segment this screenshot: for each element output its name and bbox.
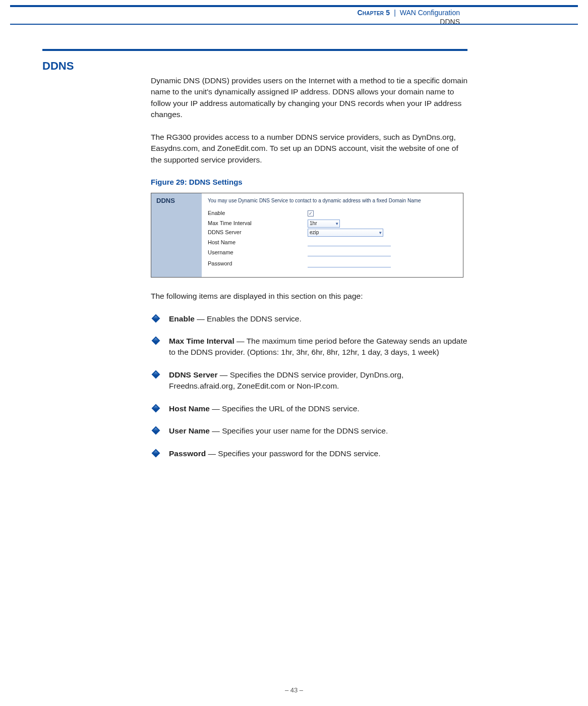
bullet-term: DDNS Server (169, 370, 218, 379)
bullet-enable: Enable — Enables the DDNS service. (151, 313, 468, 324)
bullet-server: DDNS Server — Specifies the DDNS service… (151, 369, 468, 392)
figure-sidebar: DDNS (151, 193, 202, 277)
header-section-label: DDNS (358, 18, 460, 27)
bullet-list: Enable — Enables the DDNS service. Max T… (151, 313, 468, 460)
chapter-title: WAN Configuration (400, 9, 460, 17)
host-input[interactable] (308, 240, 391, 246)
bullet-dash: — (210, 426, 222, 435)
diamond-bullet-icon (152, 336, 160, 345)
enable-checkbox[interactable]: ✓ (308, 210, 314, 216)
figure-row-interval: Max Time Interval 1hr ▼ (208, 220, 340, 228)
password-input[interactable] (308, 261, 391, 267)
bullet-dash: — (195, 314, 207, 323)
chevron-down-icon: ▼ (335, 221, 339, 227)
bullet-dash: — (210, 404, 222, 413)
bullet-pass: Password — Specifies your password for t… (151, 448, 468, 459)
figure-row-host: Host Name (208, 239, 391, 247)
diamond-bullet-icon (152, 314, 160, 322)
section-rule (42, 49, 467, 51)
chevron-down-icon: ▼ (378, 230, 382, 236)
bullet-dash: — (206, 449, 218, 458)
figure-panel-title: DDNS (156, 196, 175, 206)
figure-ddns-settings: DDNS You may use Dynamic DNS Service to … (151, 193, 463, 278)
bullet-dash: — (234, 337, 247, 345)
bullet-dash: — (218, 370, 230, 379)
bullet-desc: Specifies your user name for the DDNS se… (222, 426, 388, 435)
bullet-term: Max Time Interval (169, 337, 234, 345)
figure-row-user: Username (208, 249, 391, 257)
figure-description: You may use Dynamic DNS Service to conta… (208, 197, 421, 205)
diamond-bullet-icon (152, 426, 160, 435)
figure-label-user: Username (208, 249, 306, 257)
username-input[interactable] (308, 250, 391, 256)
bullet-term: Host Name (169, 404, 210, 413)
figure-row-enable: Enable ✓ (208, 209, 314, 218)
chapter-separator: | (392, 9, 398, 17)
header-rule-bottom (10, 24, 578, 25)
figure-content: You may use Dynamic DNS Service to conta… (202, 193, 463, 277)
figure-label-interval: Max Time Interval (208, 220, 306, 228)
interval-value: 1hr (310, 221, 317, 226)
page-footer: – 43 – (0, 686, 588, 694)
figure-caption: Figure 29: DDNS Settings (151, 177, 468, 188)
bullet-term: User Name (169, 426, 210, 435)
bullet-term: Password (169, 449, 206, 458)
figure-label-enable: Enable (208, 209, 306, 218)
bullet-desc: Specifies your password for the DDNS ser… (218, 449, 380, 458)
bullet-host: Host Name — Specifies the URL of the DDN… (151, 403, 468, 414)
paragraph-2: The RG300 provides access to a number DD… (151, 132, 468, 166)
diamond-bullet-icon (152, 404, 160, 412)
bullet-desc: Enables the DDNS service. (207, 314, 302, 323)
bullet-desc: Specifies the URL of the DDNS service. (222, 404, 360, 413)
bullet-term: Enable (169, 314, 195, 323)
server-value: ezip (310, 230, 319, 235)
chapter-label: Chapter 5 (358, 9, 390, 17)
figure-row-pass: Password (208, 260, 391, 268)
bullet-interval: Max Time Interval — The maximum time per… (151, 336, 468, 358)
header-rule-top (10, 5, 578, 7)
figure-row-server: DDNS Server ezip ▼ (208, 229, 383, 237)
figure-label-host: Host Name (208, 239, 306, 247)
paragraph-1: Dynamic DNS (DDNS) provides users on the… (151, 75, 468, 121)
diamond-bullet-icon (152, 449, 160, 457)
bullet-user: User Name — Specifies your user name for… (151, 425, 468, 437)
figure-label-pass: Password (208, 260, 306, 268)
interval-select[interactable]: 1hr ▼ (308, 220, 340, 228)
diamond-bullet-icon (152, 370, 160, 378)
server-select[interactable]: ezip ▼ (308, 229, 383, 237)
figure-label-server: DDNS Server (208, 229, 306, 237)
section-title: DDNS (42, 60, 74, 73)
body-column: Dynamic DNS (DDNS) provides users on the… (151, 75, 468, 470)
lead-in-text: The following items are displayed in thi… (151, 291, 468, 302)
